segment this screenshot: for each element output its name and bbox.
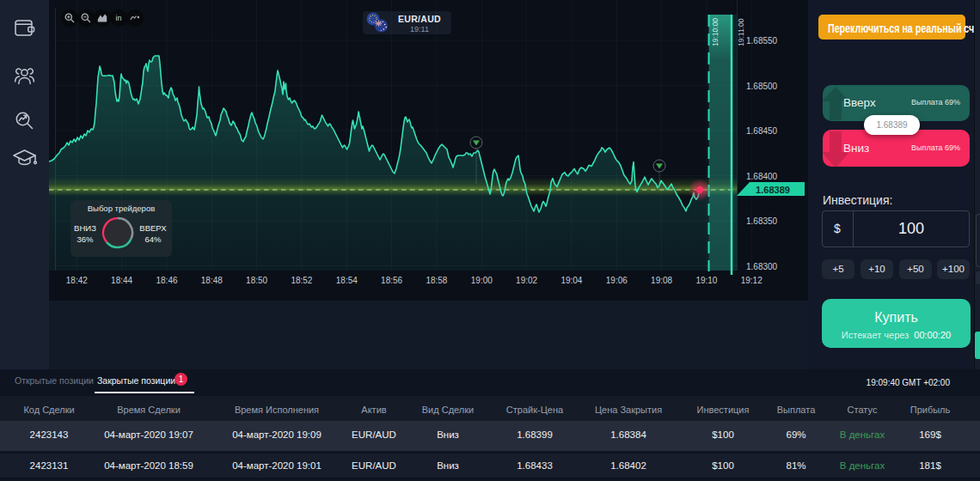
svg-text:19:06: 19:06 — [606, 276, 628, 285]
svg-text:19:12: 19:12 — [741, 276, 763, 285]
svg-text:1.68550: 1.68550 — [746, 36, 778, 46]
svg-text:19:10: 19:10 — [695, 276, 717, 285]
svg-text:19:08: 19:08 — [651, 276, 672, 285]
svg-text:1.68400: 1.68400 — [746, 172, 778, 181]
svg-text:18:52: 18:52 — [291, 276, 312, 285]
svg-text:in: in — [115, 14, 121, 22]
svg-text:19:11:00: 19:11:00 — [737, 18, 745, 46]
svg-text:1.68500: 1.68500 — [746, 82, 778, 91]
svg-text:18:48: 18:48 — [201, 276, 223, 285]
svg-text:1.68389: 1.68389 — [756, 185, 790, 195]
svg-text:18:56: 18:56 — [381, 276, 402, 285]
svg-text:1.68300: 1.68300 — [746, 262, 778, 271]
svg-text:19:04: 19:04 — [560, 276, 582, 285]
svg-text:18:54: 18:54 — [336, 276, 358, 285]
svg-text:18:58: 18:58 — [426, 276, 447, 285]
svg-text:19:10:00: 19:10:00 — [711, 18, 720, 46]
svg-text:1.68350: 1.68350 — [746, 216, 778, 226]
svg-text:18:42: 18:42 — [66, 276, 88, 285]
svg-text:18:50: 18:50 — [246, 276, 267, 285]
svg-text:18:44: 18:44 — [111, 276, 132, 285]
svg-text:1.68450: 1.68450 — [746, 126, 778, 136]
svg-text:18:46: 18:46 — [156, 276, 177, 285]
svg-text:19:00: 19:00 — [471, 276, 493, 285]
svg-text:19:02: 19:02 — [516, 276, 537, 285]
